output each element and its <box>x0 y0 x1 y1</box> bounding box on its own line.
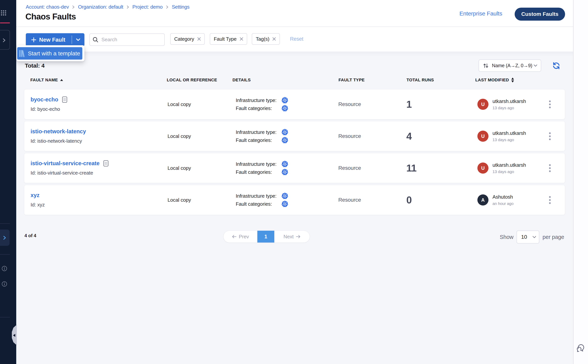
last-modified-cell: U utkarsh.utkarsh 13 days ago <box>477 121 526 151</box>
column-header-fault-name[interactable]: FAULT NAME <box>30 78 63 83</box>
module-box[interactable] <box>0 30 10 50</box>
kubernetes-icon <box>281 161 288 167</box>
page-size-select[interactable]: 10 <box>516 230 539 243</box>
help-chat-button[interactable] <box>577 344 585 353</box>
modified-time: an hour ago <box>492 201 514 206</box>
row-menu-button[interactable] <box>546 121 554 151</box>
page-header: Account: chaos-dev Organization: default… <box>16 0 573 27</box>
collapse-sidebar-handle[interactable] <box>11 324 17 346</box>
avatar: U <box>477 162 489 174</box>
breadcrumb-account[interactable]: Account: chaos-dev <box>26 4 69 10</box>
row-menu-button[interactable] <box>546 185 554 215</box>
new-fault-dropdown-menu: Start with a template <box>16 45 85 61</box>
fault-name-cell: istio-virtual-service-create Id: istio-v… <box>31 153 109 183</box>
module-active-indicator <box>0 23 10 23</box>
content-area: Start with a template Total: 4 Name (A→Z… <box>16 52 573 364</box>
pagination-count: 4 of 4 <box>25 233 36 238</box>
total-runs-cell: 11 <box>406 153 417 183</box>
info-icon[interactable] <box>2 266 7 271</box>
fault-name-link[interactable]: istio-virtual-service-create <box>31 160 99 167</box>
sort-both-icon <box>511 78 514 83</box>
column-header-details: DETAILS <box>233 78 251 83</box>
last-modified-cell: U utkarsh.utkarsh 13 days ago <box>477 153 526 183</box>
fault-id: Id: xyz <box>31 202 45 208</box>
chevron-right-icon <box>3 236 6 240</box>
fault-row[interactable]: istio-network-latency Id: istio-network-… <box>24 121 565 151</box>
main-area: Account: chaos-dev Organization: default… <box>16 0 573 364</box>
table-header-row: FAULT NAME LOCAL OR REFERENCE DETAILS FA… <box>16 78 573 84</box>
enterprise-faults-link[interactable]: Enterprise Faults <box>459 10 502 17</box>
fault-id: Id: istio-network-latency <box>31 138 86 144</box>
sort-select[interactable]: Name (A→Z, 0→9) <box>478 59 541 72</box>
fault-row[interactable]: xyz Id: xyz Local copy Infrastructure ty… <box>24 185 565 215</box>
modified-time: 13 days ago <box>492 169 526 174</box>
details-cell: Infrastructure type: Fault categories: <box>236 185 293 215</box>
page-title: Chaos Faults <box>26 12 76 21</box>
module-grid-icon[interactable] <box>1 10 7 17</box>
fault-id: Id: istio-virtual-service-create <box>31 170 109 176</box>
chat-bubbles-icon <box>577 344 585 352</box>
fault-name-cell: xyz Id: xyz <box>31 185 45 215</box>
avatar: U <box>477 131 489 142</box>
kubernetes-icon <box>281 169 288 175</box>
modified-time: 13 days ago <box>492 137 526 142</box>
left-nav-sidebar <box>0 0 16 364</box>
toolbar: New Fault Category <box>16 27 573 52</box>
info-icon[interactable] <box>2 281 7 287</box>
total-runs-cell: 0 <box>406 185 412 215</box>
avatar: A <box>477 195 489 206</box>
local-or-reference-cell: Local copy <box>168 121 191 151</box>
sidebar-divider <box>0 223 10 224</box>
custom-faults-button[interactable]: Custom Faults <box>515 8 565 21</box>
manifest-doc-icon[interactable] <box>103 160 109 167</box>
column-header-local-or-reference: LOCAL OR REFERENCE <box>167 78 217 83</box>
fault-name-link[interactable]: xyz <box>31 192 39 198</box>
close-icon[interactable] <box>239 37 244 41</box>
kebab-menu-icon <box>549 132 551 140</box>
close-icon[interactable] <box>197 37 201 41</box>
filter-chip-tags[interactable]: Tag(s) <box>252 33 280 45</box>
fault-row[interactable]: byoc-echo Id: byoc-echo Local copy Infra… <box>24 89 565 119</box>
fault-name-cell: istio-network-latency Id: istio-network-… <box>31 121 86 151</box>
filter-chip-category[interactable]: Category <box>170 33 205 45</box>
kebab-menu-icon <box>549 196 551 204</box>
search-input[interactable] <box>101 37 155 43</box>
per-page-label: per page <box>542 234 564 240</box>
plus-icon <box>31 37 36 42</box>
breadcrumb: Account: chaos-dev Organization: default… <box>26 4 189 10</box>
row-menu-button[interactable] <box>546 153 554 183</box>
filter-chip-fault-type[interactable]: Fault Type <box>210 33 247 45</box>
reset-filters-link[interactable]: Reset <box>290 33 303 45</box>
column-header-last-modified[interactable]: LAST MODIFIED <box>475 78 514 83</box>
breadcrumb-separator-icon <box>72 5 75 9</box>
refresh-icon <box>552 61 561 70</box>
kebab-menu-icon <box>549 164 551 172</box>
chaos-faults-page: Account: chaos-dev Organization: default… <box>0 0 588 364</box>
fault-name-link[interactable]: istio-network-latency <box>31 128 86 135</box>
next-page-button[interactable]: Next <box>274 231 310 242</box>
column-header-fault-type: FAULT TYPE <box>339 78 365 83</box>
start-with-template-menu-item[interactable]: Start with a template <box>17 47 82 60</box>
chevron-down-icon <box>76 38 80 41</box>
expand-nav-button[interactable] <box>0 230 10 246</box>
new-fault-dropdown-toggle[interactable] <box>72 38 85 41</box>
column-header-total-runs: TOTAL RUNS <box>406 78 434 83</box>
breadcrumb-project[interactable]: Project: demo <box>132 4 163 10</box>
breadcrumb-organization[interactable]: Organization: default <box>78 4 123 10</box>
refresh-button[interactable] <box>552 61 561 70</box>
fault-id: Id: byoc-echo <box>31 106 67 112</box>
kubernetes-icon <box>281 137 288 143</box>
fault-name-link[interactable]: byoc-echo <box>31 97 58 103</box>
sidebar-divider <box>0 317 10 317</box>
fault-row[interactable]: istio-virtual-service-create Id: istio-v… <box>24 153 565 183</box>
arrow-left-icon <box>232 235 236 238</box>
new-fault-button[interactable]: New Fault <box>26 33 85 46</box>
kubernetes-icon <box>281 105 288 111</box>
close-icon[interactable] <box>272 37 276 41</box>
current-page-button[interactable]: 1 <box>257 231 274 242</box>
manifest-doc-icon[interactable] <box>62 97 67 103</box>
prev-page-button[interactable]: Prev <box>223 231 257 242</box>
kubernetes-icon <box>281 129 288 135</box>
row-menu-button[interactable] <box>546 89 554 119</box>
breadcrumb-settings[interactable]: Settings <box>172 4 189 10</box>
